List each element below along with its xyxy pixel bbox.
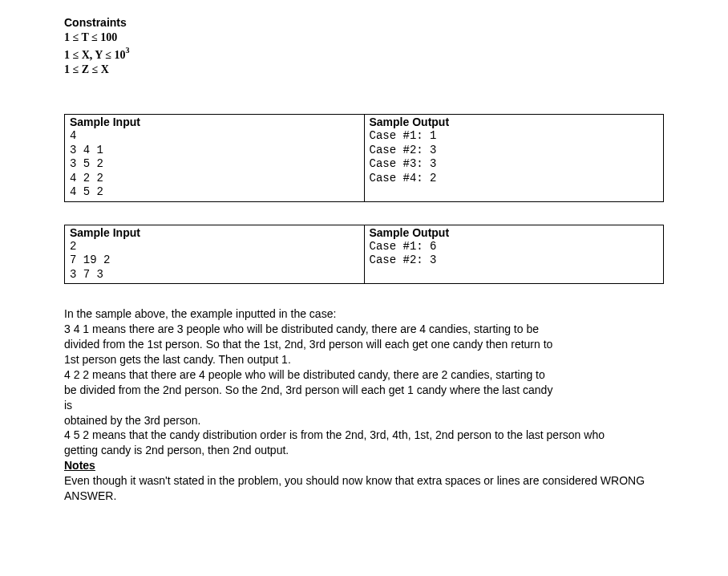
- explanation-line: divided from the 1st person. So that the…: [64, 337, 664, 352]
- sample-output-cell: Sample Output Case #1: 1 Case #2: 3 Case…: [364, 115, 664, 202]
- sample-output-header: Sample Output: [365, 115, 664, 129]
- constraint-line-2: 1 ≤ X, Y ≤ 103: [64, 46, 664, 63]
- explanation-line: 1st person gets the last candy. Then out…: [64, 352, 664, 367]
- constraint-line-1: 1 ≤ T ≤ 100: [64, 30, 664, 46]
- explanation-line: 4 5 2 means that the candy distribution …: [64, 428, 664, 443]
- explanation-line: be divided from the 2nd person. So the 2…: [64, 383, 664, 398]
- sample-output-cell: Sample Output Case #1: 6 Case #2: 3: [364, 225, 664, 284]
- sample-input-header: Sample Input: [65, 225, 364, 240]
- sample-table-2: Sample Input 2 7 19 2 3 7 3 Sample Outpu…: [64, 225, 664, 285]
- sample-output-header: Sample Output: [365, 225, 664, 240]
- constraint-line-3: 1 ≤ Z ≤ X: [64, 63, 664, 78]
- sample-input-header: Sample Input: [65, 115, 364, 129]
- sample-input-cell: Sample Input 2 7 19 2 3 7 3: [65, 225, 365, 284]
- sample-input-content: 2 7 19 2 3 7 3: [65, 240, 364, 284]
- explanation-line: is: [64, 398, 664, 413]
- sample-output-content: Case #1: 1 Case #2: 3 Case #3: 3 Case #4…: [365, 129, 664, 187]
- notes-text: Even though it wasn't stated in the prob…: [64, 473, 664, 504]
- constraints-section: Constraints 1 ≤ T ≤ 100 1 ≤ X, Y ≤ 103 1…: [64, 16, 664, 78]
- explanation-line: getting candy is 2nd person, then 2nd ou…: [64, 443, 664, 458]
- notes-heading: Notes: [64, 458, 664, 473]
- explanation-section: In the sample above, the example inputte…: [64, 306, 664, 504]
- sample-input-cell: Sample Input 4 3 4 1 3 5 2 4 2 2 4 5 2: [65, 115, 365, 202]
- sample-input-content: 4 3 4 1 3 5 2 4 2 2 4 5 2: [65, 129, 364, 201]
- constraints-heading: Constraints: [64, 16, 664, 29]
- explanation-line: obtained by the 3rd person.: [64, 413, 664, 428]
- sample-table-1: Sample Input 4 3 4 1 3 5 2 4 2 2 4 5 2 S…: [64, 114, 664, 202]
- explanation-line: 4 2 2 means that there are 4 people who …: [64, 367, 664, 383]
- explanation-line: In the sample above, the example inputte…: [64, 306, 664, 322]
- sample-output-content: Case #1: 6 Case #2: 3: [365, 240, 664, 270]
- explanation-line: 3 4 1 means there are 3 people who will …: [64, 322, 664, 337]
